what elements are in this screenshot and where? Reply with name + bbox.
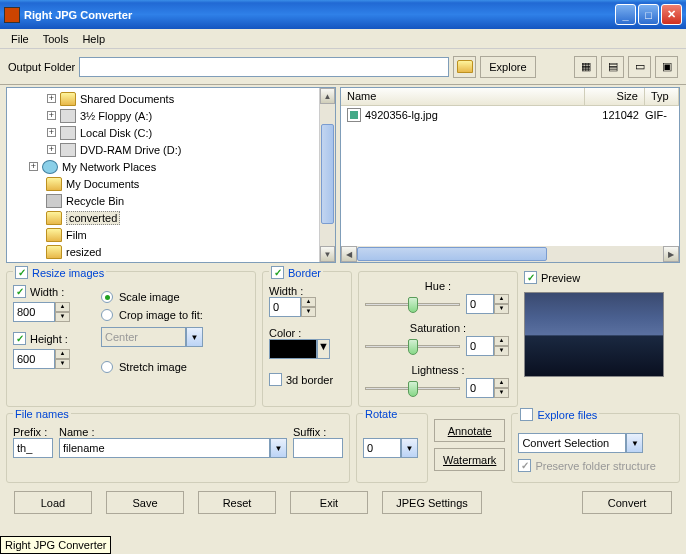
- preview-image: [524, 292, 664, 377]
- list-scrollbar-h[interactable]: ◀ ▶: [341, 246, 679, 262]
- explore-files-checkbox[interactable]: [520, 408, 533, 421]
- saturation-slider[interactable]: [365, 336, 460, 356]
- app-icon: [4, 7, 20, 23]
- col-size[interactable]: Size: [585, 88, 645, 105]
- crop-radio[interactable]: Crop image to fit:: [101, 309, 203, 321]
- convert-selection-combo[interactable]: ▼: [518, 433, 673, 453]
- window-title: Right JPG Converter: [24, 9, 615, 21]
- view-mode-2[interactable]: ▤: [601, 56, 624, 78]
- reset-button[interactable]: Reset: [198, 491, 276, 514]
- file-list[interactable]: Name Size Typ 4920356-lg.jpg 121042 GIF-…: [340, 87, 680, 263]
- tree-item[interactable]: converted: [7, 209, 319, 226]
- bin-icon: [46, 194, 62, 208]
- tree-item[interactable]: resized: [7, 243, 319, 260]
- tree-item[interactable]: +3½ Floppy (A:): [7, 107, 319, 124]
- drive-icon: [60, 109, 76, 123]
- crop-anchor-combo: ▼: [101, 327, 203, 347]
- file-size: 121042: [579, 109, 639, 121]
- tree-item[interactable]: +Shared Documents: [7, 90, 319, 107]
- explore-button[interactable]: Explore: [480, 56, 535, 78]
- resize-checkbox[interactable]: ✓: [15, 266, 28, 279]
- suffix-input[interactable]: [293, 438, 343, 458]
- folder-icon: [46, 177, 62, 191]
- jpeg-settings-button[interactable]: JPEG Settings: [382, 491, 482, 514]
- close-button[interactable]: ✕: [661, 4, 682, 25]
- preserve-structure-checkbox: ✓: [518, 459, 531, 472]
- prefix-input[interactable]: [13, 438, 53, 458]
- stretch-radio[interactable]: Stretch image: [101, 361, 203, 373]
- scale-radio[interactable]: Scale image: [101, 291, 203, 303]
- folder-icon: [46, 211, 62, 225]
- tree-item[interactable]: +My Network Places: [7, 158, 319, 175]
- col-name[interactable]: Name: [341, 88, 585, 105]
- adjust-group: Hue : ▲▼ Saturation : ▲▼ Lightness : ▲▼: [358, 271, 518, 407]
- border-group: ✓Border Width : ▲▼ Color : ▼ 3d border: [262, 271, 352, 407]
- maximize-button[interactable]: □: [638, 4, 659, 25]
- hue-slider[interactable]: [365, 294, 460, 314]
- preview-group: ✓Preview: [524, 271, 680, 407]
- tree-item[interactable]: My Documents: [7, 175, 319, 192]
- col-type[interactable]: Typ: [645, 88, 679, 105]
- tree-item[interactable]: Recycle Bin: [7, 192, 319, 209]
- annotate-button[interactable]: Annotate: [434, 419, 505, 442]
- tooltip: Right JPG Converter: [0, 536, 111, 554]
- rotate-group: Rotate ▼: [356, 413, 428, 483]
- exit-button[interactable]: Exit: [290, 491, 368, 514]
- menu-bar: File Tools Help: [0, 29, 686, 49]
- file-type: GIF-: [639, 109, 673, 121]
- folder-tree[interactable]: +Shared Documents+3½ Floppy (A:)+Local D…: [6, 87, 336, 263]
- border-width-input[interactable]: ▲▼: [269, 297, 345, 317]
- drive-icon: [60, 126, 76, 140]
- output-folder-label: Output Folder: [8, 61, 75, 73]
- folder-icon: [46, 228, 62, 242]
- width-checkbox[interactable]: ✓: [13, 285, 26, 298]
- tree-item[interactable]: Film: [7, 226, 319, 243]
- bottom-bar: Load Save Reset Exit JPEG Settings Conve…: [0, 483, 686, 522]
- name-combo[interactable]: ▼: [59, 438, 287, 458]
- height-input[interactable]: ▲▼: [13, 349, 93, 369]
- menu-help[interactable]: Help: [75, 31, 112, 47]
- menu-tools[interactable]: Tools: [36, 31, 76, 47]
- lightness-slider[interactable]: [365, 378, 460, 398]
- tree-item[interactable]: +TRADOS.Freelance.v7.1-SHOCK: [7, 260, 319, 262]
- list-header: Name Size Typ: [341, 88, 679, 106]
- folder-icon: [60, 92, 76, 106]
- tree-item[interactable]: +Local Disk (C:): [7, 124, 319, 141]
- explore-files-group: Explore files ▼ ✓Preserve folder structu…: [511, 413, 680, 483]
- rotate-combo[interactable]: ▼: [363, 438, 421, 458]
- view-mode-4[interactable]: ▣: [655, 56, 678, 78]
- 3d-border-checkbox[interactable]: [269, 373, 282, 386]
- tree-item[interactable]: +DVD-RAM Drive (D:): [7, 141, 319, 158]
- minimize-button[interactable]: _: [615, 4, 636, 25]
- list-row[interactable]: 4920356-lg.jpg 121042 GIF-: [341, 106, 679, 124]
- folder-icon: [46, 245, 62, 259]
- saturation-value[interactable]: ▲▼: [466, 336, 509, 356]
- convert-button[interactable]: Convert: [582, 491, 672, 514]
- preview-checkbox[interactable]: ✓: [524, 271, 537, 284]
- net-icon: [42, 160, 58, 174]
- image-file-icon: [347, 108, 361, 122]
- hue-value[interactable]: ▲▼: [466, 294, 509, 314]
- view-mode-3[interactable]: ▭: [628, 56, 651, 78]
- menu-file[interactable]: File: [4, 31, 36, 47]
- file-name: 4920356-lg.jpg: [365, 109, 579, 121]
- toolbar: Output Folder Explore ▦ ▤ ▭ ▣: [0, 49, 686, 85]
- filenames-group: File names Prefix : Name :▼ Suffix :: [6, 413, 350, 483]
- lightness-value[interactable]: ▲▼: [466, 378, 509, 398]
- title-bar: Right JPG Converter _ □ ✕: [0, 0, 686, 29]
- view-mode-1[interactable]: ▦: [574, 56, 597, 78]
- border-color-picker[interactable]: ▼: [269, 339, 345, 359]
- resize-group: ✓Resize images ✓Width : ▲▼ ✓Height : ▲▼ …: [6, 271, 256, 407]
- load-button[interactable]: Load: [14, 491, 92, 514]
- folder-icon: [42, 262, 58, 263]
- width-input[interactable]: ▲▼: [13, 302, 93, 322]
- browse-folder-button[interactable]: [453, 56, 476, 78]
- save-button[interactable]: Save: [106, 491, 184, 514]
- height-checkbox[interactable]: ✓: [13, 332, 26, 345]
- tree-scrollbar[interactable]: ▲ ▼: [319, 88, 335, 262]
- drive-icon: [60, 143, 76, 157]
- border-checkbox[interactable]: ✓: [271, 266, 284, 279]
- watermark-button[interactable]: Watermark: [434, 448, 505, 471]
- output-folder-input[interactable]: [79, 57, 449, 77]
